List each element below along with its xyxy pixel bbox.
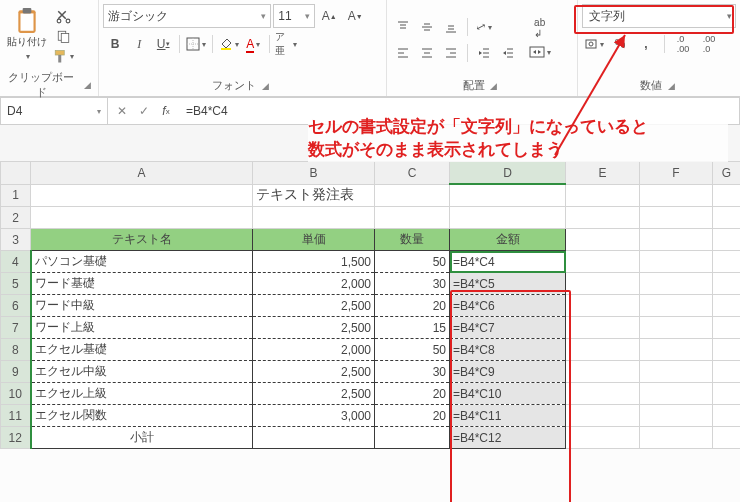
cell[interactable] xyxy=(450,184,566,207)
dialog-launcher-alignment[interactable]: ◢ xyxy=(487,79,501,93)
cell-total-formula[interactable]: =B4*C8 xyxy=(450,339,566,361)
cut-button[interactable] xyxy=(51,7,75,25)
cell[interactable] xyxy=(640,229,713,251)
cell[interactable] xyxy=(566,229,640,251)
cell-total-formula[interactable]: =B4*C5 xyxy=(450,273,566,295)
fill-color-button[interactable] xyxy=(218,33,240,55)
row-header[interactable]: 12 xyxy=(1,427,31,449)
cell[interactable] xyxy=(713,251,741,273)
cell-price[interactable]: 3,000 xyxy=(253,405,375,427)
cell[interactable] xyxy=(640,207,713,229)
cell-name[interactable]: エクセル基礎 xyxy=(31,339,253,361)
align-right-button[interactable] xyxy=(440,42,462,64)
decrease-font-button[interactable]: A▼ xyxy=(344,5,366,27)
cell[interactable] xyxy=(375,184,450,207)
cell[interactable] xyxy=(566,383,640,405)
number-format-select[interactable]: 文字列 ▾ xyxy=(582,4,736,28)
cell[interactable] xyxy=(640,383,713,405)
cell-price[interactable]: 2,500 xyxy=(253,383,375,405)
cell[interactable] xyxy=(713,383,741,405)
cell[interactable] xyxy=(566,273,640,295)
cell-total-formula[interactable]: =B4*C12 xyxy=(450,427,566,449)
cell-qty[interactable]: 20 xyxy=(375,405,450,427)
insert-function-button[interactable]: fx xyxy=(157,102,175,120)
cell[interactable] xyxy=(713,295,741,317)
cell-name[interactable]: ワード上級 xyxy=(31,317,253,339)
wrap-text-button[interactable]: ab↲ xyxy=(527,17,553,39)
cell[interactable] xyxy=(713,361,741,383)
header-total[interactable]: 金額 xyxy=(450,229,566,251)
increase-font-button[interactable]: A▲ xyxy=(318,5,340,27)
font-color-button[interactable]: A xyxy=(242,33,264,55)
cell-name[interactable]: パソコン基礎 xyxy=(31,251,253,273)
cell[interactable] xyxy=(713,273,741,295)
cell-name[interactable]: エクセル上級 xyxy=(31,383,253,405)
italic-button[interactable]: I xyxy=(128,33,150,55)
header-price[interactable]: 単価 xyxy=(253,229,375,251)
cell[interactable] xyxy=(566,207,640,229)
cell[interactable] xyxy=(566,295,640,317)
copy-button[interactable] xyxy=(51,27,75,45)
cell-name[interactable]: ワード基礎 xyxy=(31,273,253,295)
cell[interactable] xyxy=(640,251,713,273)
header-qty[interactable]: 数量 xyxy=(375,229,450,251)
cell[interactable] xyxy=(713,339,741,361)
decrease-decimal-button[interactable]: .00.0 xyxy=(698,33,720,55)
row-header[interactable]: 1 xyxy=(1,184,31,207)
row-header[interactable]: 6 xyxy=(1,295,31,317)
cell-name[interactable]: 小計 xyxy=(31,427,253,449)
cell[interactable] xyxy=(566,361,640,383)
orientation-button[interactable]: ⤢ xyxy=(473,16,495,38)
phonetic-button[interactable]: ア亜 xyxy=(275,33,297,55)
cell-total-formula[interactable]: =B4*C9 xyxy=(450,361,566,383)
row-header[interactable]: 9 xyxy=(1,361,31,383)
cell[interactable] xyxy=(640,273,713,295)
cell-qty[interactable] xyxy=(375,427,450,449)
cell[interactable] xyxy=(640,295,713,317)
cell-qty[interactable]: 20 xyxy=(375,295,450,317)
col-header-b[interactable]: B xyxy=(253,162,375,185)
cell[interactable] xyxy=(566,427,640,449)
cell[interactable] xyxy=(566,405,640,427)
row-header[interactable]: 11 xyxy=(1,405,31,427)
col-header-f[interactable]: F xyxy=(640,162,713,185)
cell[interactable] xyxy=(713,427,741,449)
align-top-button[interactable] xyxy=(392,16,414,38)
accept-formula-button[interactable]: ✓ xyxy=(135,102,153,120)
dialog-launcher-font[interactable]: ◢ xyxy=(258,79,272,93)
row-header[interactable]: 8 xyxy=(1,339,31,361)
title-cell[interactable]: テキスト発注表 xyxy=(253,184,375,207)
cell-price[interactable]: 2,500 xyxy=(253,361,375,383)
align-center-button[interactable] xyxy=(416,42,438,64)
cell[interactable] xyxy=(31,184,253,207)
select-all-cell[interactable] xyxy=(1,162,31,185)
cell-name[interactable]: エクセル関数 xyxy=(31,405,253,427)
row-header[interactable]: 5 xyxy=(1,273,31,295)
worksheet-grid[interactable]: A B C D E F G 1テキスト発注表23テキスト名単価数量金額4パソコン… xyxy=(0,161,740,449)
cell-price[interactable]: 2,000 xyxy=(253,339,375,361)
header-name[interactable]: テキスト名 xyxy=(31,229,253,251)
merge-button[interactable] xyxy=(527,41,553,63)
paste-caret-icon[interactable] xyxy=(24,48,30,62)
row-header[interactable]: 2 xyxy=(1,207,31,229)
cell-price[interactable] xyxy=(253,427,375,449)
cell-total-formula[interactable]: =B4*C10 xyxy=(450,383,566,405)
cell-total-formula[interactable]: =B4*C11 xyxy=(450,405,566,427)
cell[interactable] xyxy=(566,317,640,339)
cell[interactable] xyxy=(640,427,713,449)
align-bottom-button[interactable] xyxy=(440,16,462,38)
bold-button[interactable]: B xyxy=(104,33,126,55)
comma-format-button[interactable]: , xyxy=(635,33,657,55)
cell-qty[interactable]: 20 xyxy=(375,383,450,405)
cell-qty[interactable]: 30 xyxy=(375,361,450,383)
cell-price[interactable]: 2,500 xyxy=(253,295,375,317)
cell-price[interactable]: 1,500 xyxy=(253,251,375,273)
cell-total-formula[interactable]: =B4*C4 xyxy=(450,251,566,273)
cell[interactable] xyxy=(375,207,450,229)
cell[interactable] xyxy=(566,251,640,273)
col-header-d[interactable]: D xyxy=(450,162,566,185)
col-header-e[interactable]: E xyxy=(566,162,640,185)
percent-format-button[interactable]: % xyxy=(609,33,631,55)
cell[interactable] xyxy=(566,184,640,207)
col-header-a[interactable]: A xyxy=(31,162,253,185)
